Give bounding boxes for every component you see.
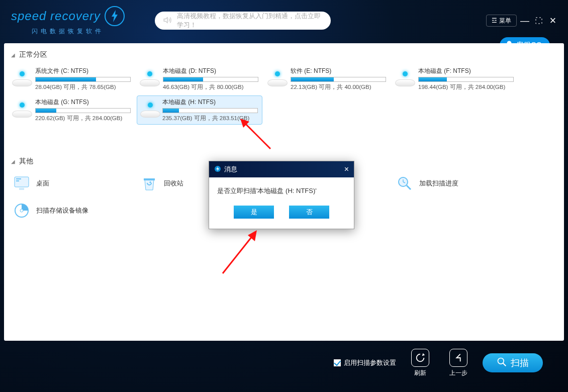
drive-item[interactable]: 本地磁盘 (G: NTFS) 220.62(GB) 可用，共 284.00(GB… (9, 95, 135, 125)
search-icon (497, 357, 507, 369)
drive-item[interactable]: 本地磁盘 (D: NTFS) 46.63(GB) 可用，共 80.00(GB) (137, 64, 262, 93)
arrow-annotation (240, 119, 275, 155)
enable-params-label: 启用扫描参数设置 (344, 358, 396, 367)
disk-icon (12, 71, 30, 86)
usage-bar (35, 77, 131, 82)
disk-icon (395, 71, 413, 86)
desktop-label: 桌面 (36, 179, 49, 188)
close-button[interactable]: × (547, 15, 559, 27)
desktop-item[interactable]: 桌面 (9, 171, 135, 196)
svg-point-20 (498, 358, 504, 364)
svg-marker-19 (422, 353, 425, 356)
dialog-title-text: 消息 (224, 165, 237, 174)
logo-text: speed recovery (11, 9, 101, 23)
svg-line-15 (244, 123, 270, 149)
usage-bar (291, 77, 386, 82)
drive-item[interactable]: 系统文件 (C: NTFS) 28.04(GB) 可用，共 78.65(GB) (9, 64, 135, 93)
svg-rect-4 (16, 178, 21, 179)
menu-label: 菜单 (499, 17, 511, 25)
drive-name: 软件 (E: NTFS) (291, 67, 386, 75)
back-label: 上一步 (449, 369, 467, 377)
usage-bar (418, 77, 514, 82)
svg-rect-0 (536, 18, 542, 24)
drive-stats: 198.44(GB) 可用，共 284.00(GB) (418, 83, 514, 91)
usage-bar (35, 108, 131, 113)
collapse-icon: ◢ (11, 159, 15, 164)
disk-icon (140, 103, 157, 118)
maximize-button[interactable] (533, 15, 545, 27)
dialog-message: 是否立即扫描'本地磁盘 (H: NTFS)' (209, 177, 354, 195)
load-progress-item[interactable]: 加载扫描进度 (392, 171, 518, 196)
drive-name: 本地磁盘 (H: NTFS) (162, 98, 258, 107)
scan-image-item[interactable]: 扫描存储设备镜像 (9, 198, 135, 223)
partitions-title: 正常分区 (19, 50, 47, 59)
enable-params-checkbox[interactable]: 启用扫描参数设置 (334, 358, 396, 367)
back-button[interactable]: 上一步 (444, 349, 472, 377)
refresh-button[interactable]: 刷新 (406, 349, 434, 377)
drive-name: 系统文件 (C: NTFS) (35, 67, 131, 75)
menu-button[interactable]: ☲ 菜单 (486, 15, 517, 27)
svg-line-9 (407, 185, 411, 189)
dialog-close-button[interactable]: × (344, 165, 349, 174)
drive-item[interactable]: 本地磁盘 (F: NTFS) 198.44(GB) 可用，共 284.00(GB… (392, 64, 518, 93)
scan-image-label: 扫描存储设备镜像 (36, 206, 88, 215)
partitions-header[interactable]: ◢ 正常分区 (11, 50, 559, 59)
disk-icon (267, 71, 286, 86)
minimize-button[interactable]: — (519, 15, 531, 27)
svg-rect-7 (144, 178, 155, 180)
tutorial-banner[interactable]: 高清视频教程，数据恢复从入门到精通，点击立即学习！ (155, 12, 331, 30)
drive-name: 本地磁盘 (F: NTFS) (418, 67, 514, 75)
usage-bar (163, 77, 258, 82)
refresh-label: 刷新 (414, 369, 426, 377)
disk-icon (12, 103, 30, 118)
drive-name: 本地磁盘 (G: NTFS) (35, 98, 131, 107)
disk-image-icon (14, 203, 29, 218)
load-progress-label: 加载扫描进度 (419, 179, 458, 188)
collapse-icon: ◢ (11, 52, 15, 58)
checkbox-icon (334, 359, 341, 366)
desktop-icon (14, 176, 29, 191)
dialog-yes-button[interactable]: 是 (234, 206, 274, 219)
confirm-scan-dialog: 消息 × 是否立即扫描'本地磁盘 (H: NTFS)' 是 否 (209, 161, 354, 229)
arrow-annotation (218, 228, 268, 280)
drive-stats: 220.62(GB) 可用，共 284.00(GB) (35, 115, 131, 122)
other-title: 其他 (19, 157, 33, 166)
svg-line-21 (503, 363, 506, 366)
dialog-titlebar[interactable]: 消息 × (209, 161, 354, 177)
drive-item[interactable]: 软件 (E: NTFS) 22.13(GB) 可用，共 40.00(GB) (264, 64, 390, 93)
svg-point-13 (20, 209, 23, 212)
scan-label: 扫描 (511, 357, 529, 369)
dialog-icon (214, 165, 221, 174)
svg-rect-5 (16, 180, 19, 181)
drive-stats: 46.63(GB) 可用，共 80.00(GB) (163, 83, 258, 91)
drive-stats: 28.04(GB) 可用，共 78.65(GB) (35, 83, 131, 91)
speaker-icon (163, 16, 172, 26)
drive-name: 本地磁盘 (D: NTFS) (163, 67, 258, 75)
recycle-icon (142, 176, 157, 191)
lightning-icon (105, 6, 125, 26)
drive-stats: 22.13(GB) 可用，共 40.00(GB) (291, 83, 386, 91)
logo-subtitle: 闪电数据恢复软件 (32, 27, 104, 36)
menu-icon: ☲ (492, 17, 497, 24)
usage-bar (162, 108, 258, 113)
disk-icon (140, 71, 158, 86)
dialog-no-button[interactable]: 否 (289, 206, 329, 219)
app-logo: speed recovery 闪电数据恢复软件 (11, 6, 125, 36)
banner-text: 高清视频教程，数据恢复从入门到精通，点击立即学习！ (177, 12, 323, 30)
magnifier-clock-icon (397, 176, 412, 191)
svg-rect-6 (19, 188, 24, 190)
recycle-label: 回收站 (164, 179, 183, 188)
svg-line-17 (223, 234, 254, 273)
scan-button[interactable]: 扫描 (483, 353, 543, 372)
